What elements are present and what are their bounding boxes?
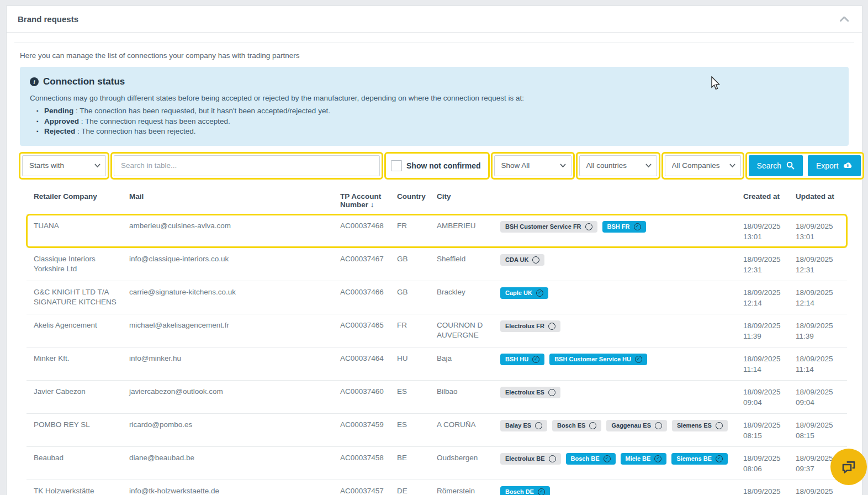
brand-status-badge[interactable]: Miele BE✓ bbox=[621, 453, 667, 465]
column-header-updated-at[interactable]: Updated at bbox=[788, 187, 847, 215]
updated-date: 18/09/2025 bbox=[796, 354, 841, 364]
updated-date: 18/09/2025 bbox=[796, 287, 841, 298]
brand-badge-list: Electrolux ES bbox=[500, 387, 731, 398]
collapse-panel-button[interactable] bbox=[838, 13, 851, 25]
created-date: 18/09/2025 bbox=[743, 387, 783, 397]
check-circle-icon: ✓ bbox=[634, 223, 641, 230]
badge-label: Electrolux BE bbox=[505, 455, 545, 462]
brand-status-badge[interactable]: Electrolux BE bbox=[500, 453, 561, 465]
brand-status-badge[interactable]: BSH FR✓ bbox=[602, 221, 646, 233]
cell-tp-account-number: AC00037464 bbox=[333, 347, 390, 380]
badge-label: BSH Customer Service FR bbox=[505, 223, 581, 230]
match-mode-select[interactable]: Starts with bbox=[22, 155, 106, 176]
column-header-city[interactable]: City bbox=[430, 187, 493, 215]
brand-status-badge[interactable]: Electrolux FR bbox=[500, 320, 560, 332]
show-not-confirmed-label: Show not confirmed bbox=[406, 161, 481, 170]
badge-label: Bosch BE bbox=[571, 455, 600, 462]
cell-city: AMBERIEU bbox=[430, 214, 493, 247]
brand-badge-list: Caple UK✓ bbox=[500, 287, 731, 299]
cell-tp-account-number: AC00037466 bbox=[333, 281, 390, 314]
created-time: 08:15 bbox=[743, 430, 783, 441]
sort-descending-icon: ↓ bbox=[371, 201, 374, 209]
updated-date: 18/09/2025 bbox=[796, 320, 841, 331]
pending-circle-icon bbox=[548, 323, 555, 330]
created-time: 13:01 bbox=[743, 231, 783, 242]
match-mode-highlight: Starts with bbox=[19, 152, 109, 180]
column-header-brands bbox=[493, 187, 736, 215]
brand-status-badge[interactable]: BSH Customer Service HU✓ bbox=[549, 354, 647, 365]
pending-circle-icon bbox=[548, 389, 555, 396]
info-box-intro: Connections may go through different sta… bbox=[30, 94, 839, 102]
cell-updated-at: 18/09/202513:01 bbox=[788, 214, 847, 247]
check-circle-icon: ✓ bbox=[532, 356, 539, 363]
table-row[interactable]: Akelis Agencementmichael@akelisagencemen… bbox=[27, 314, 847, 347]
table-row[interactable]: POMBO REY SLricardo@pombo.esAC00037459ES… bbox=[27, 413, 847, 446]
brand-status-badge[interactable]: Siemens ES bbox=[672, 420, 728, 431]
cell-tp-account-number: AC00037468 bbox=[333, 214, 390, 247]
badge-label: Balay ES bbox=[505, 422, 531, 429]
cell-brands: CDA UK bbox=[493, 247, 736, 281]
table-row[interactable]: Javier Cabezonjaviercabezon@outlook.comA… bbox=[27, 380, 847, 413]
brand-status-badge[interactable]: Electrolux ES bbox=[500, 387, 560, 398]
brand-status-badge[interactable]: BSH Customer Service FR bbox=[500, 221, 597, 233]
brand-status-badge[interactable]: Bosch BE✓ bbox=[566, 453, 616, 465]
brand-status-badge[interactable]: CDA UK bbox=[500, 254, 544, 266]
brand-status-badge[interactable]: Bosch ES bbox=[552, 420, 601, 431]
search-input-highlight bbox=[110, 152, 383, 180]
brand-status-badge[interactable]: Gaggenau ES bbox=[606, 420, 667, 431]
column-header-created-at[interactable]: Created at bbox=[736, 187, 788, 215]
company-filter-select[interactable]: All Companies bbox=[665, 155, 741, 176]
export-button[interactable]: Export bbox=[808, 155, 861, 176]
status-filter-select[interactable]: Show All bbox=[494, 155, 571, 176]
brand-status-badge[interactable]: Bosch DE✓ bbox=[500, 486, 550, 495]
cell-mail: carrie@signature-kitchens.co.uk bbox=[122, 281, 333, 314]
badge-label: Bosch DE bbox=[505, 488, 534, 495]
table-row[interactable]: Classique Interiors Yorkshire Ltdinfo@cl… bbox=[27, 247, 847, 281]
created-time: 12:14 bbox=[743, 298, 783, 308]
table-row[interactable]: Beaubaddiane@beaubad.beAC00037458BEOudsb… bbox=[27, 446, 847, 480]
cell-tp-account-number: AC00037459 bbox=[333, 413, 390, 446]
table-row[interactable]: TK Holzwerkstätteinfo@tk-holzwerkstaette… bbox=[27, 480, 847, 495]
cell-city: Bilbao bbox=[430, 380, 493, 413]
table-row[interactable]: TUANAamberieu@cuisines-aviva.comAC000374… bbox=[27, 214, 847, 247]
brand-status-badge[interactable]: Siemens BE✓ bbox=[671, 453, 728, 465]
table-header-row: Retailer Company Mail TP Account Number … bbox=[27, 187, 847, 215]
column-header-retailer-company[interactable]: Retailer Company bbox=[27, 187, 122, 215]
cell-created-at: 18/09/202507:35 bbox=[736, 480, 788, 495]
cell-country: FR bbox=[390, 314, 430, 347]
updated-time: 12:31 bbox=[796, 265, 841, 275]
brand-status-badge[interactable]: Caple UK✓ bbox=[500, 287, 548, 299]
cell-updated-at: 18/09/202509:04 bbox=[788, 380, 847, 413]
cell-retailer-company: POMBO REY SL bbox=[27, 413, 122, 446]
cell-country: GB bbox=[390, 247, 430, 281]
brand-status-badge[interactable]: BSH HU✓ bbox=[500, 354, 544, 365]
brand-status-badge[interactable]: Balay ES bbox=[500, 420, 547, 431]
cell-retailer-company: G&C KNIGHT LTD T/A SIGNATURE KITCHENS bbox=[27, 281, 122, 314]
cell-tp-account-number: AC00037467 bbox=[333, 247, 390, 281]
cell-country: ES bbox=[390, 380, 430, 413]
show-not-confirmed-checkbox[interactable] bbox=[391, 160, 402, 171]
cell-brands: Electrolux BEBosch BE✓Miele BE✓Siemens B… bbox=[493, 446, 736, 480]
search-button[interactable]: Search bbox=[749, 155, 803, 176]
chat-widget-button[interactable] bbox=[830, 449, 867, 485]
search-input[interactable] bbox=[114, 155, 380, 176]
brand-badge-list: BSH HU✓BSH Customer Service HU✓ bbox=[500, 354, 731, 365]
cell-brands: Electrolux ES bbox=[493, 380, 736, 413]
created-time: 08:06 bbox=[743, 464, 783, 474]
pending-circle-icon bbox=[549, 455, 556, 462]
table-row[interactable]: Minker Kft.info@minker.huAC00037464HUBaj… bbox=[27, 347, 847, 380]
column-header-mail[interactable]: Mail bbox=[122, 187, 333, 215]
badge-label: Caple UK bbox=[505, 289, 532, 297]
column-header-tp-account-number[interactable]: TP Account Number ↓ bbox=[333, 187, 390, 215]
country-filter-select[interactable]: All countries bbox=[579, 155, 657, 176]
cell-created-at: 18/09/202513:01 bbox=[736, 214, 788, 247]
badge-label: BSH FR bbox=[607, 223, 630, 230]
table-row[interactable]: G&C KNIGHT LTD T/A SIGNATURE KITCHENScar… bbox=[27, 281, 847, 314]
created-date: 18/09/2025 bbox=[743, 354, 783, 364]
updated-time: 08:15 bbox=[796, 430, 841, 441]
created-date: 18/09/2025 bbox=[743, 287, 783, 298]
badge-label: BSH Customer Service HU bbox=[554, 355, 631, 363]
column-header-country[interactable]: Country bbox=[390, 187, 430, 215]
created-date: 18/09/2025 bbox=[743, 320, 783, 331]
brand-badge-list: Bosch DE✓ bbox=[500, 486, 731, 495]
